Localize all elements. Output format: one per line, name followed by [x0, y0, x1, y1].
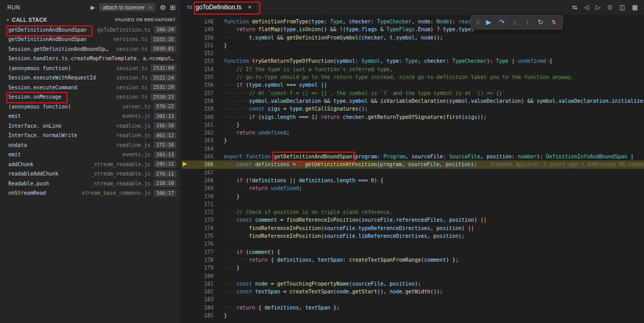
line-number[interactable]: 162: [181, 129, 213, 137]
line-number[interactable]: 172: [181, 208, 213, 216]
stack-frame[interactable]: Session.getDefinitionAndBoundSpansession…: [0, 44, 181, 54]
call-stack-header[interactable]: ∨ CALL STACK PAUSED ON BREAKPOINT: [0, 15, 181, 25]
stack-frame[interactable]: addChunk_stream_readable.js295:12: [0, 159, 181, 169]
code-line[interactable]: 174········findReferenceInPosition(sourc…: [181, 224, 644, 232]
code-line[interactable]: 161····}: [181, 121, 644, 129]
line-number[interactable]: 176: [181, 240, 213, 248]
line-number[interactable]: 181: [181, 280, 213, 288]
split-editor-icon[interactable]: ◫: [619, 4, 625, 11]
code-line[interactable]: 179····}: [181, 264, 644, 272]
code-line[interactable]: 173····const·comment·=·findReferenceInPo…: [181, 216, 644, 224]
line-number[interactable]: 148: [181, 18, 213, 25]
line-number[interactable]: 184: [181, 304, 213, 312]
stack-frame[interactable]: Readable.push_stream_readable.js210:10: [0, 179, 181, 189]
code-line[interactable]: 153function·tryGetReturnTypeOfFunction(s…: [181, 57, 644, 65]
nav-forward-icon[interactable]: ▷: [596, 4, 600, 11]
code-area[interactable]: 148function·definitionFromType(type:·Typ…: [181, 15, 644, 319]
code-line[interactable]: 168····if·(!definitions·||·definitions.l…: [181, 177, 644, 184]
code-line[interactable]: 172····//·Check·if·position·is·on·triple…: [181, 208, 644, 216]
step-out-button[interactable]: ↑: [522, 16, 533, 29]
layout-icon[interactable]: ▦: [632, 4, 638, 11]
code-line[interactable]: 151}: [181, 42, 644, 49]
line-number[interactable]: 153: [181, 57, 213, 65]
code-line[interactable]: 163}: [181, 137, 644, 144]
line-number[interactable]: 169: [181, 184, 213, 192]
line-number[interactable]: 149: [181, 25, 213, 33]
code-line[interactable]: 183: [181, 295, 644, 303]
nav-back-icon[interactable]: ◁: [584, 4, 589, 11]
code-line[interactable]: 148function·definitionFromType(type:·Typ…: [181, 18, 644, 25]
code-line[interactable]: 156····if·(type.symbol·===·symbol·||: [181, 81, 644, 89]
line-number[interactable]: 151: [181, 42, 213, 49]
code-line[interactable]: 177····if·(comment)·{: [181, 248, 644, 256]
stack-frame[interactable]: Session.executeCommandsession.ts2532:29: [0, 83, 181, 92]
code-line[interactable]: 164: [181, 145, 644, 153]
stack-frame[interactable]: onStreamReadstream_base_commons.js166:17: [0, 189, 181, 198]
stack-frame[interactable]: Session.handlers.ts.createMapFromTemplat…: [0, 54, 181, 64]
line-number[interactable]: 156: [181, 81, 213, 89]
line-number[interactable]: 185: [181, 312, 213, 319]
line-number[interactable]: 178: [181, 256, 213, 264]
line-number[interactable]: 175: [181, 232, 213, 240]
disconnect-button[interactable]: ↯: [548, 16, 559, 29]
restart-button[interactable]: ↻: [535, 16, 546, 29]
step-over-button[interactable]: ↷: [496, 16, 507, 29]
code-line[interactable]: 157········//·At·`const·f·=·()·=>·{}`,·t…: [181, 89, 644, 97]
line-number[interactable]: 160: [181, 113, 213, 121]
stack-frame[interactable]: Interface._normalWritereadline.js461:12: [0, 131, 181, 141]
stack-frame[interactable]: (anonymous function)session.ts2532:69: [0, 63, 181, 73]
stack-frame[interactable]: Interface._onLinereadline.js316:10: [0, 121, 181, 131]
code-line[interactable]: 184····return·{·definitions,·textSpan·};: [181, 304, 644, 312]
code-line[interactable]: 176: [181, 240, 644, 248]
line-number[interactable]: 168: [181, 177, 213, 184]
code-line[interactable]: 171: [181, 200, 644, 208]
code-line[interactable]: 154····//·If·the·type·is·just·a·function…: [181, 65, 644, 73]
line-number[interactable]: 155: [181, 73, 213, 81]
line-number[interactable]: 159: [181, 105, 213, 113]
line-number[interactable]: 163: [181, 137, 213, 144]
code-line[interactable]: 178········return·{·definitions,·textSpa…: [181, 256, 644, 264]
line-number[interactable]: 173: [181, 216, 213, 224]
code-line[interactable]: 160········if·(sigs.length·===·1)·return…: [181, 113, 644, 121]
code-line[interactable]: 169········return·undefined;: [181, 184, 644, 192]
line-number[interactable]: 165: [181, 153, 213, 160]
line-number[interactable]: 177: [181, 248, 213, 256]
step-into-button[interactable]: ↓: [509, 16, 520, 29]
stack-frame[interactable]: (anonymous function)server.ts576:22: [0, 102, 181, 112]
line-number[interactable]: 182: [181, 288, 213, 295]
code-line[interactable]: 158········symbol.valueDeclaration·&&·ty…: [181, 97, 644, 105]
code-line[interactable]: 162····return·undefined;: [181, 129, 644, 137]
line-number[interactable]: 174: [181, 224, 213, 232]
start-debug-button[interactable]: ▶: [91, 4, 95, 11]
stack-frame[interactable]: emitevents.js203:13: [0, 112, 181, 122]
stack-frame[interactable]: getDefinitionAndBoundSpangoToDefinition.…: [0, 25, 181, 35]
code-line[interactable]: 167: [181, 169, 644, 177]
line-number[interactable]: 157: [181, 89, 213, 97]
continue-button[interactable]: ▶: [483, 16, 494, 29]
tab-close-icon[interactable]: ×: [248, 4, 251, 11]
line-number[interactable]: 158: [181, 97, 213, 105]
line-number[interactable]: 167: [181, 169, 213, 177]
code-line[interactable]: 155····//·go-to-type·should·go·to·the·re…: [181, 73, 644, 81]
open-debug-view-icon[interactable]: ⊞: [170, 4, 176, 11]
launch-config-select[interactable]: attach to tsserver ∨: [99, 3, 155, 11]
code-line[interactable]: 150········t.symbol·&&·getDefinitionFrom…: [181, 34, 644, 42]
line-number[interactable]: 161: [181, 121, 213, 129]
stack-frame[interactable]: ondatareadline.js172:10: [0, 140, 181, 150]
code-line[interactable]: 175········findReferenceInPosition(sourc…: [181, 232, 644, 240]
line-number[interactable]: 152: [181, 49, 213, 57]
code-line[interactable]: 149····return·flatMap(type.isUnion()·&&·…: [181, 25, 644, 33]
settings-gear-icon[interactable]: ⚙: [159, 4, 166, 11]
stack-frame[interactable]: readableAddChunk_stream_readable.js276:1…: [0, 169, 181, 179]
code-line[interactable]: 165export·function·getDefinitionAndBound…: [181, 153, 644, 160]
line-number[interactable]: 164: [181, 145, 213, 153]
open-changes-icon[interactable]: ⇆: [572, 4, 578, 11]
stack-frame[interactable]: emitevents.js203:13: [0, 150, 181, 160]
code-line[interactable]: 181····const·node·=·getTouchingPropertyN…: [181, 280, 644, 288]
line-number[interactable]: 154: [181, 65, 213, 73]
line-number[interactable]: 150: [181, 34, 213, 42]
code-line[interactable]: 159········const·sigs·=·type.getCallSign…: [181, 105, 644, 113]
line-number[interactable]: 183: [181, 295, 213, 303]
line-number[interactable]: 171: [181, 200, 213, 208]
code-line[interactable]: 166····const·definitions·=·●·getDefiniti…: [181, 160, 644, 168]
